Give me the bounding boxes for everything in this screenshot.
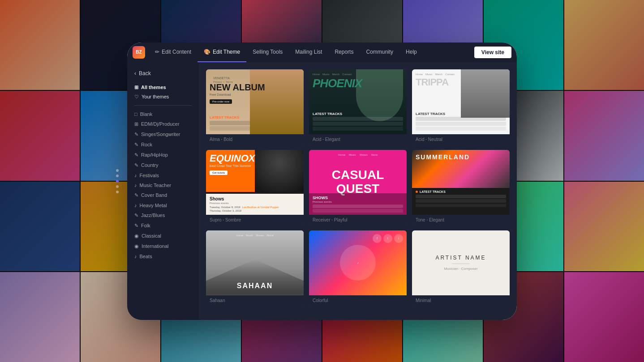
sidebar-item-beats[interactable]: ♪ Beats (127, 251, 199, 261)
sidebar-item-cover-band[interactable]: ✎ Cover Band (127, 190, 199, 200)
sidebar-item-international[interactable]: ◉ International (127, 241, 199, 251)
jazz-icon: ✎ (134, 213, 138, 218)
tab-reports[interactable]: Reports (328, 43, 360, 62)
sidebar-item-rock[interactable]: ✎ Rock (127, 140, 199, 150)
sidebar-item-your-themes[interactable]: ♡ Your themes (127, 92, 199, 102)
theme-label-acid-elegant: Acid · Elegant (309, 134, 407, 145)
theme-label-supro: Supro · Sombre (206, 215, 304, 225)
theme-card-receiver-playful[interactable]: CASUAL QUEST Home Music Shows Store Show… (309, 150, 407, 225)
sidebar-back-button[interactable]: ‹ Back (127, 68, 199, 79)
sidebar-item-festivals[interactable]: ♪ Festivals (127, 170, 199, 180)
sidebar-item-jazz[interactable]: ✎ Jazz/Blues (127, 210, 199, 221)
edm-icon: ⊞ (134, 121, 138, 127)
sidebar-item-country[interactable]: ✎ Country (127, 160, 199, 170)
theme-card-sahaan[interactable]: Home Music Shows About Sahaan Sahaan (206, 230, 304, 306)
singer-icon: ✎ (134, 132, 138, 137)
dot-5 (116, 191, 119, 193)
theme-card-tone-elegant[interactable]: SUMMERLAND LATEST TRACKS Tone · Elegant (412, 150, 510, 225)
tab-community[interactable]: Community (360, 43, 399, 62)
cover-band-icon: ✎ (134, 192, 138, 198)
festivals-icon: ♪ (134, 173, 137, 178)
classical-icon: ◉ (134, 233, 139, 239)
rock-icon: ✎ (134, 142, 138, 148)
sidebar-item-heavy-metal[interactable]: ♪ Heavy Metal (127, 200, 199, 210)
nav-logo: BZ (133, 46, 145, 59)
rap-icon: ✎ (134, 152, 138, 158)
edit-theme-icon: 🎨 (204, 49, 210, 55)
sidebar-item-blank[interactable]: □ Blank (127, 109, 199, 119)
theme-card-colorful[interactable]: ♪ f t i Colorful (309, 230, 407, 306)
theme-label-minimal: Minimal (412, 295, 510, 306)
theme-card-supro-sombre[interactable]: Equinox East Coast Tour This Summer Get … (206, 150, 304, 225)
beats-icon: ♪ (134, 254, 137, 259)
sidebar-item-edm[interactable]: ⊞ EDM/Dj/Producer (127, 119, 199, 129)
heavy-metal-icon: ♪ (134, 203, 137, 208)
dot-2 (116, 175, 119, 177)
nav-tabs: ✏ Edit Content 🎨 Edit Theme Selling Tool… (149, 43, 474, 62)
back-chevron-icon: ‹ (134, 70, 136, 77)
tab-help[interactable]: Help (399, 43, 423, 62)
country-icon: ✎ (134, 162, 138, 168)
dot-4 (116, 185, 119, 188)
sidebar-item-classical[interactable]: ◉ Classical (127, 231, 199, 241)
theme-grid: VENDETTA Privacy•Terms NEW ALBUM Free Do… (199, 62, 517, 320)
theme-label-sahaan: Sahaan (206, 295, 304, 306)
tablet-dots (116, 169, 119, 193)
main-content: ‹ Back ⊞ All themes ♡ Your themes □ Blan… (127, 62, 517, 320)
theme-card-minimal[interactable]: Artist Name Musician · Composer Minimal (412, 230, 510, 306)
music-teacher-icon: ♪ (134, 183, 137, 188)
theme-label-receiver: Receiver · Playful (309, 215, 407, 225)
dot-3-active (116, 180, 119, 183)
theme-label-tone: Tone · Elegant (412, 215, 510, 225)
blank-icon: □ (134, 111, 137, 117)
theme-card-alma-bold[interactable]: VENDETTA Privacy•Terms NEW ALBUM Free Do… (206, 69, 304, 145)
theme-card-acid-elegant[interactable]: Home Music Merch Contact PHOENIX LATEST … (309, 69, 407, 145)
tab-edit-content[interactable]: ✏ Edit Content (149, 43, 197, 62)
tab-selling-tools[interactable]: Selling Tools (246, 43, 289, 62)
sidebar-divider (134, 105, 192, 106)
edit-content-icon: ✏ (155, 49, 159, 55)
dot-1 (116, 169, 119, 172)
folk-icon: ✎ (134, 223, 138, 229)
tab-mailing-list[interactable]: Mailing List (289, 43, 328, 62)
sidebar-item-all-themes[interactable]: ⊞ All themes (127, 83, 199, 92)
sidebar-item-music-teacher[interactable]: ♪ Music Teacher (127, 180, 199, 190)
theme-label-alma: Alma · Bold (206, 134, 304, 145)
theme-card-acid-neutral[interactable]: Home Music Merch Contact TRIPPA LATEST T… (412, 69, 510, 145)
navbar: BZ ✏ Edit Content 🎨 Edit Theme Selling T… (127, 43, 517, 62)
heart-icon: ♡ (134, 94, 139, 100)
sidebar-item-rap[interactable]: ✎ Rap/HipHop (127, 150, 199, 160)
view-site-button[interactable]: View site (474, 47, 511, 58)
sidebar: ‹ Back ⊞ All themes ♡ Your themes □ Blan… (127, 62, 199, 320)
tab-edit-theme[interactable]: 🎨 Edit Theme (197, 43, 246, 62)
international-icon: ◉ (134, 243, 139, 249)
tablet-frame: BZ ✏ Edit Content 🎨 Edit Theme Selling T… (127, 43, 517, 320)
sidebar-item-singer[interactable]: ✎ Singer/Songwriter (127, 129, 199, 140)
sidebar-item-folk[interactable]: ✎ Folk (127, 221, 199, 231)
grid-icon: ⊞ (134, 85, 138, 90)
theme-label-colorful: Colorful (309, 295, 407, 306)
theme-label-acid-neutral: Acid · Neutral (412, 134, 510, 145)
